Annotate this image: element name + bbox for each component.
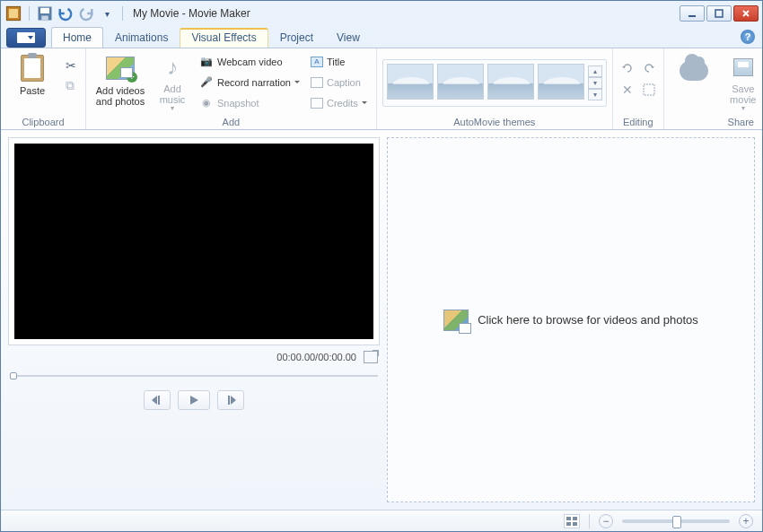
webcam-icon: 📷 [199,55,214,69]
record-label: Record narration [217,77,291,88]
gallery-down-button[interactable]: ▾ [588,77,602,89]
group-clipboard: Paste ✂ ⧉ Clipboard [1,48,86,129]
qat-customize-button[interactable]: ▾ [98,4,116,22]
content-area: 00:00.00/00:00.00 Click here to browse f… [1,130,762,510]
theme-thumb[interactable] [538,64,584,100]
caption-button[interactable]: Caption [307,73,371,92]
play-button[interactable] [178,390,210,410]
next-frame-button[interactable] [217,390,244,410]
previous-frame-button[interactable] [144,390,171,410]
copy-icon: ⧉ [66,78,75,93]
chevron-down-icon [294,81,300,83]
svg-rect-9 [228,396,230,405]
paste-button[interactable]: Paste [6,50,58,113]
save-qat-button[interactable] [36,4,54,22]
close-button[interactable] [733,5,759,22]
svg-rect-5 [688,15,696,17]
scissors-icon: ✂ [66,58,76,73]
timeline-placeholder[interactable]: Click here to browse for videos and phot… [443,310,698,331]
theme-thumb[interactable] [387,64,434,100]
title-label: Title [327,57,345,67]
save-movie-label: Save movie [722,83,763,105]
tab-visual-effects[interactable]: Visual Effects [180,28,267,48]
group-editing: ✕ Editing [613,48,664,129]
help-button[interactable]: ? [741,30,755,44]
gallery-up-button[interactable]: ▴ [588,65,602,77]
rotate-left-button[interactable] [618,59,636,77]
group-label-add: Add [92,116,371,129]
undo-button[interactable] [57,4,75,22]
separator [589,514,590,528]
save-movie-icon [733,58,753,76]
save-movie-button[interactable]: Save movie ▾ [722,50,763,113]
separator [29,6,30,21]
maximize-button[interactable] [706,5,732,22]
cloud-icon [680,61,708,81]
delete-button[interactable]: ✕ [618,81,636,99]
zoom-in-button[interactable]: + [739,514,753,528]
credits-icon [311,98,323,109]
thumbnail-view-button[interactable] [564,514,580,528]
theme-thumb[interactable] [487,64,534,100]
app-icon[interactable] [4,4,22,22]
cut-button[interactable]: ✂ [62,56,80,74]
picture-icon: + [106,57,135,80]
file-menu-button[interactable] [6,28,46,48]
time-display: 00:00.00/00:00.00 [276,352,356,362]
tab-view[interactable]: View [325,27,372,48]
timeline-pane[interactable]: Click here to browse for videos and phot… [387,137,755,502]
microphone-icon: 🎤 [199,75,214,90]
group-label-editing: Editing [618,116,658,129]
webcam-label: Webcam video [217,57,283,67]
tab-home[interactable]: Home [51,27,103,48]
caption-icon [311,77,323,88]
tab-animations[interactable]: Animations [103,27,180,48]
webcam-video-button[interactable]: 📷Webcam video [196,52,303,71]
separator [122,6,123,21]
paste-label: Paste [20,85,45,96]
share-cloud-button[interactable] [670,50,718,113]
chevron-down-icon [362,101,367,104]
preview-container [8,137,380,345]
theme-gallery-nav: ▴ ▾ ▾ [588,64,602,102]
add-videos-photos-button[interactable]: + Add videos and photos [92,50,149,113]
placeholder-text: Click here to browse for videos and phot… [478,313,698,327]
credits-button[interactable]: Credits [307,93,371,112]
title-button[interactable]: ATitle [307,52,371,71]
svg-rect-13 [573,522,577,526]
add-music-label: Add music [153,83,192,105]
window-title: My Movie - Movie Maker [133,7,250,20]
copy-button[interactable]: ⧉ [62,76,80,95]
preview-screen[interactable] [14,144,373,339]
playback-controls [8,385,380,412]
title-icon: A [311,57,323,67]
add-music-button[interactable]: ♪ Add music ▾ [153,50,192,113]
theme-gallery[interactable]: ▴ ▾ ▾ [382,59,607,107]
group-label-share: Share [670,116,763,129]
record-narration-button[interactable]: 🎤Record narration [196,73,303,92]
ribbon: Paste ✂ ⧉ Clipboard + Add videos and pho… [1,48,762,130]
group-label-themes: AutoMovie themes [382,116,607,129]
caption-label: Caption [327,77,361,88]
minimize-button[interactable] [680,5,705,22]
music-note-icon: ♪ [167,56,178,79]
group-share: Save movie ▾ Sign in Share [664,48,763,129]
titlebar: ▾ My Movie - Movie Maker [1,1,762,26]
zoom-out-button[interactable]: − [599,514,613,528]
select-all-button[interactable] [640,81,658,99]
zoom-slider[interactable] [622,519,730,523]
add-media-label: Add videos and photos [92,85,149,107]
svg-rect-6 [715,10,723,17]
fullscreen-button[interactable] [364,351,378,363]
theme-thumb[interactable] [437,64,484,100]
group-add: + Add videos and photos ♪ Add music ▾ 📷W… [86,48,377,129]
redo-button[interactable] [77,4,95,22]
tab-project[interactable]: Project [268,27,325,48]
rotate-right-button[interactable] [640,59,658,77]
seek-slider[interactable] [10,371,378,381]
snapshot-button[interactable]: ◉Snapshot [196,93,303,112]
gallery-more-button[interactable]: ▾ [588,89,602,100]
group-label-clipboard: Clipboard [6,116,80,129]
ribbon-tabs: Home Animations Visual Effects Project V… [1,26,762,48]
svg-rect-12 [566,522,571,526]
